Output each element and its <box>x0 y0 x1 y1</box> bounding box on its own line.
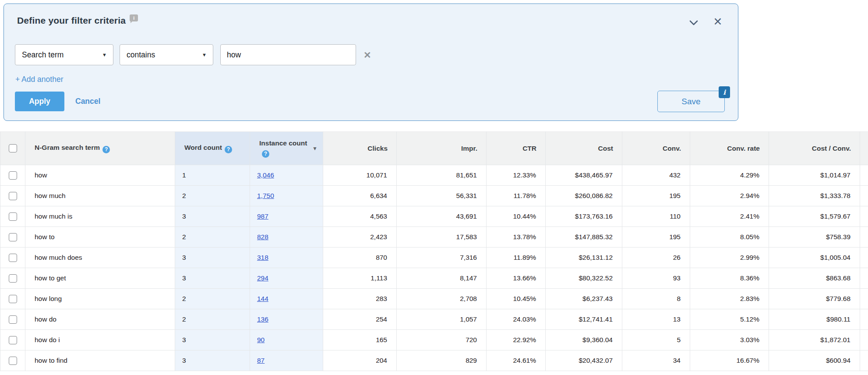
row-checkbox[interactable] <box>9 192 17 200</box>
cost-per-conv-cell: $600.94 <box>769 350 860 371</box>
impressions-cell: 1,057 <box>397 309 487 330</box>
row-checkbox[interactable] <box>9 336 17 344</box>
word-count-cell: 3 <box>175 330 250 350</box>
clicks-cell: 870 <box>323 248 397 268</box>
ctr-cell: 11.89% <box>487 248 546 268</box>
conv-rate-cell: 8.36% <box>690 268 769 289</box>
instance-count-link[interactable]: 294 <box>257 274 268 282</box>
field-select[interactable]: Search term ▼ <box>15 44 113 65</box>
remove-criteria-icon[interactable]: ✕ <box>363 50 371 60</box>
conv-rate-cell: 2.83% <box>690 289 769 309</box>
impressions-cell: 2,708 <box>397 289 487 309</box>
column-header-conv-rate[interactable]: Conv. rate <box>690 132 769 165</box>
help-icon[interactable]: ? <box>262 150 269 158</box>
impressions-cell: 43,691 <box>397 206 487 227</box>
column-header-ctr[interactable]: CTR <box>487 132 546 165</box>
title-info-icon[interactable]: i <box>130 14 138 21</box>
row-spacer-cell <box>860 165 868 186</box>
table-header-row: N-Gram search term? Word count? Instance… <box>0 132 868 165</box>
column-header-instance-count[interactable]: Instance count ? ▼ <box>250 132 323 165</box>
instance-count-cell: 3,046 <box>250 165 323 186</box>
help-icon[interactable]: ? <box>225 146 232 153</box>
instance-count-link[interactable]: 1,750 <box>257 192 274 199</box>
word-count-cell: 2 <box>175 186 250 206</box>
instance-count-link[interactable]: 828 <box>257 233 268 241</box>
save-button[interactable]: Save i <box>657 91 725 112</box>
row-checkbox[interactable] <box>9 212 17 221</box>
row-spacer-cell <box>860 248 868 268</box>
column-header-spacer <box>860 132 868 165</box>
cost-cell: $173,763.16 <box>546 206 622 227</box>
cost-per-conv-cell: $1,872.01 <box>769 330 860 350</box>
instance-count-link[interactable]: 144 <box>257 295 268 302</box>
column-header-conv[interactable]: Conv. <box>622 132 690 165</box>
column-header-cost[interactable]: Cost <box>546 132 622 165</box>
row-spacer-cell <box>860 309 868 330</box>
filter-value-input[interactable] <box>220 44 356 65</box>
ngram-term-cell: how <box>25 165 175 186</box>
row-spacer-cell <box>860 289 868 309</box>
close-icon[interactable]: ✕ <box>713 16 723 27</box>
ctr-cell: 12.33% <box>487 165 546 186</box>
instance-count-link[interactable]: 987 <box>257 212 268 220</box>
clicks-cell: 2,423 <box>323 227 397 248</box>
apply-button[interactable]: Apply <box>15 92 64 111</box>
row-checkbox[interactable] <box>9 315 17 324</box>
ngram-term-cell: how long <box>25 289 175 309</box>
conversions-cell: 13 <box>622 309 690 330</box>
clicks-cell: 6,634 <box>323 186 397 206</box>
conversions-cell: 34 <box>622 350 690 371</box>
table-row: how do 2 136 254 1,057 24.03% $12,741.41… <box>0 309 868 330</box>
column-header-cost-conv[interactable]: Cost / Conv. <box>769 132 860 165</box>
ctr-cell: 13.66% <box>487 268 546 289</box>
cancel-link[interactable]: Cancel <box>75 97 100 106</box>
ctr-cell: 11.78% <box>487 186 546 206</box>
instance-count-link[interactable]: 87 <box>257 357 265 364</box>
impressions-cell: 8,147 <box>397 268 487 289</box>
conversions-cell: 432 <box>622 165 690 186</box>
cost-per-conv-cell: $1,005.04 <box>769 248 860 268</box>
instance-count-cell: 1,750 <box>250 186 323 206</box>
conv-rate-cell: 3.03% <box>690 330 769 350</box>
ngram-term-cell: how much does <box>25 248 175 268</box>
dropdown-caret-icon: ▼ <box>202 52 207 57</box>
ngram-term-cell: how much is <box>25 206 175 227</box>
instance-count-link[interactable]: 318 <box>257 254 268 261</box>
clicks-cell: 4,563 <box>323 206 397 227</box>
panel-title-row: Define your filter criteria i <box>17 15 138 26</box>
row-checkbox[interactable] <box>9 233 17 241</box>
word-count-cell: 3 <box>175 206 250 227</box>
instance-count-link[interactable]: 3,046 <box>257 171 274 179</box>
instance-count-cell: 294 <box>250 268 323 289</box>
ctr-cell: 10.45% <box>487 289 546 309</box>
row-spacer-cell <box>860 206 868 227</box>
add-another-link[interactable]: + Add another <box>15 75 63 84</box>
row-checkbox[interactable] <box>9 357 17 365</box>
row-checkbox[interactable] <box>9 254 17 262</box>
column-header-impr[interactable]: Impr. <box>397 132 487 165</box>
instance-count-link[interactable]: 90 <box>257 336 265 343</box>
row-select-cell <box>0 227 25 248</box>
column-header-term[interactable]: N-Gram search term? <box>25 132 175 165</box>
instance-count-link[interactable]: 136 <box>257 315 268 323</box>
table-row: how long 2 144 283 2,708 10.45% $6,237.4… <box>0 289 868 309</box>
conv-rate-cell: 2.94% <box>690 186 769 206</box>
column-header-clicks[interactable]: Clicks <box>323 132 397 165</box>
ngram-term-cell: how much <box>25 186 175 206</box>
column-header-word-count[interactable]: Word count? <box>175 132 250 165</box>
row-select-cell <box>0 186 25 206</box>
select-all-checkbox[interactable] <box>9 144 17 152</box>
operator-select[interactable]: contains ▼ <box>120 44 213 65</box>
chevron-down-icon[interactable] <box>689 20 699 26</box>
save-info-icon[interactable]: i <box>719 86 730 98</box>
conv-rate-cell: 4.29% <box>690 165 769 186</box>
sort-desc-icon[interactable]: ▼ <box>312 145 318 152</box>
help-icon[interactable]: ? <box>102 146 110 153</box>
row-checkbox[interactable] <box>9 274 17 283</box>
conversions-cell: 195 <box>622 186 690 206</box>
row-checkbox[interactable] <box>9 295 17 303</box>
table-row: how much does 3 318 870 7,316 11.89% $26… <box>0 248 868 268</box>
cost-per-conv-cell: $1,333.78 <box>769 186 860 206</box>
cost-cell: $20,432.07 <box>546 350 622 371</box>
row-checkbox[interactable] <box>9 171 17 180</box>
